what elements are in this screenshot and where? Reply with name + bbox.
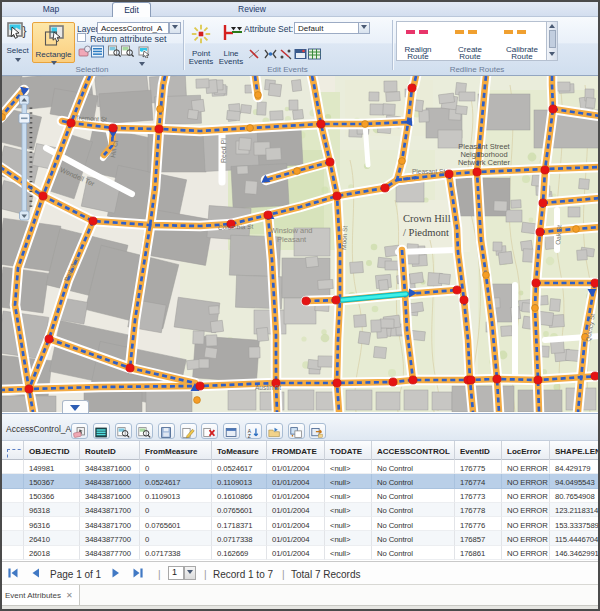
svg-text:Moon St: Moon St bbox=[340, 225, 348, 250]
svg-text:Crown Hill: Crown Hill bbox=[403, 213, 451, 224]
svg-text:A: A bbox=[248, 429, 252, 434]
svg-text:Columbia St: Columbia St bbox=[218, 223, 254, 231]
svg-text:Pleasant: Pleasant bbox=[277, 235, 307, 244]
svg-text:Reed Pl: Reed Pl bbox=[220, 138, 227, 163]
svg-text:/ Piedmont: / Piedmont bbox=[403, 227, 449, 238]
svg-text:Z: Z bbox=[248, 434, 251, 439]
svg-text:Austin St: Austin St bbox=[255, 384, 281, 391]
svg-text:Winslow and: Winslow and bbox=[270, 226, 313, 235]
svg-text:Pleasant St: Pleasant St bbox=[412, 168, 445, 175]
svg-text:Network Center: Network Center bbox=[458, 158, 511, 167]
svg-text:}: } bbox=[22, 24, 26, 38]
